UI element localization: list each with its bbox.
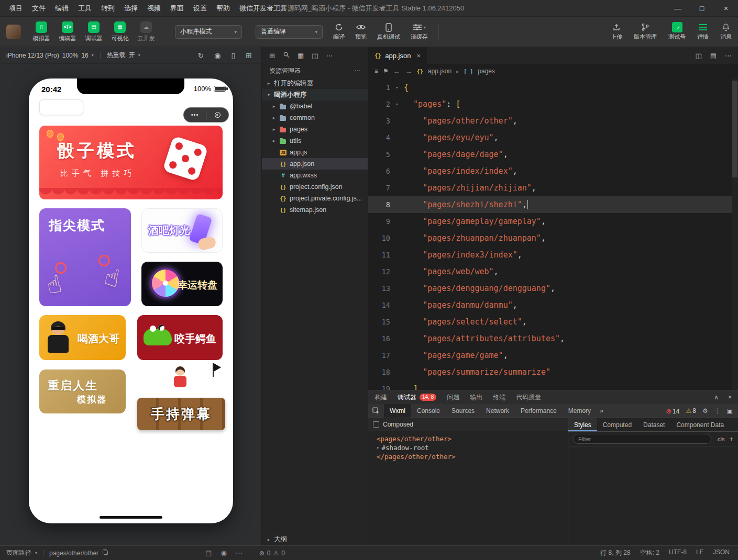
code-line[interactable]: 15 "pages/select/select" , xyxy=(368,313,738,330)
file-tree-item[interactable]: ▸ sitemap.json xyxy=(262,204,368,216)
filter-input[interactable] xyxy=(573,434,711,444)
code-line[interactable]: 14 "pages/danmu/danmu" , xyxy=(368,297,738,313)
tile-handheld-danmu[interactable]: 手持弹幕 xyxy=(137,366,225,430)
close-icon[interactable]: × xyxy=(728,394,732,401)
menu-item[interactable]: 视频 xyxy=(142,0,166,17)
toolbar-tool-button[interactable]: ▯ 模拟器 xyxy=(28,21,54,42)
mini-search-box[interactable] xyxy=(39,99,83,115)
tile-fingertip-mode[interactable]: 指尖模式 ☝ ☝ xyxy=(39,208,131,306)
cursor-position[interactable]: 行 8, 列 28 xyxy=(600,548,630,557)
chevron-right-icon[interactable]: ▸ xyxy=(377,443,379,452)
user-avatar[interactable] xyxy=(6,25,21,39)
phone-screen[interactable]: 20:42 100% ••• 骰子模式 xyxy=(29,79,233,523)
code-line[interactable]: 18 "pages/summarize/summarize" xyxy=(368,364,738,380)
file-tree-item[interactable]: ▸ @babel xyxy=(262,100,368,112)
debug-tab[interactable]: 调试器 14, 8 xyxy=(398,393,436,402)
inspect-element-icon[interactable] xyxy=(368,404,384,418)
collapse-icon[interactable]: ∧ xyxy=(714,394,719,401)
details-button[interactable]: 详情 xyxy=(697,23,709,41)
code-line[interactable]: 13 "pages/dengguang/dengguang" , xyxy=(368,280,738,297)
layout-icon[interactable]: ▤ xyxy=(710,52,717,60)
tile-bar-light[interactable]: 酒吧灯光 xyxy=(141,208,223,253)
menu-item[interactable]: 帮助 xyxy=(212,0,235,17)
devtools-tab[interactable]: Console xyxy=(411,404,446,418)
more-vertical-icon[interactable]: ⋮ xyxy=(714,407,721,415)
version-control-button[interactable]: 版本管理 xyxy=(634,23,657,41)
vconsole-icon[interactable]: ▤ xyxy=(205,549,212,557)
file-tree-item[interactable]: ▸ utils xyxy=(262,135,368,147)
fold-icon[interactable]: ▾ xyxy=(390,85,404,90)
code-line[interactable]: 12 "pages/web/web" , xyxy=(368,263,738,280)
pages-icon[interactable]: ⊞ xyxy=(269,52,275,60)
encoding[interactable]: UTF-8 xyxy=(669,548,687,557)
device-frame-icon[interactable]: ▯ xyxy=(232,51,236,60)
back-icon[interactable]: ← xyxy=(393,68,400,75)
cls-toggle[interactable]: .cls xyxy=(716,436,725,442)
code-line[interactable]: 2 ▾ "pages" : [ xyxy=(368,96,738,113)
panel-icon[interactable]: ◫ xyxy=(312,52,318,60)
devtools-tab[interactable]: Performance xyxy=(515,404,563,418)
breadcrumb-node[interactable]: pages xyxy=(478,68,495,75)
menu-item[interactable]: 选择 xyxy=(119,0,142,17)
clear-cache-button[interactable]: ▾ 清缓存 xyxy=(411,23,428,41)
device-debug-button[interactable]: 真机调试 xyxy=(377,23,400,41)
problems-summary[interactable]: ⊗ 0 ⚠ 0 xyxy=(259,550,285,557)
compile-button[interactable]: 编译 xyxy=(333,23,345,41)
code-line[interactable]: 9 "pages/gameplay/gameplay" , xyxy=(368,213,738,230)
styles-tab[interactable]: Styles xyxy=(568,418,597,431)
shadow-root-node[interactable]: ▸ #shadow-root xyxy=(368,443,568,452)
copy-icon[interactable] xyxy=(102,549,108,557)
close-icon[interactable]: × xyxy=(714,0,738,17)
code-line[interactable]: 3 "pages/other/other" , xyxy=(368,113,738,129)
multi-window-icon[interactable]: ⊞ xyxy=(246,51,252,60)
debug-tab[interactable]: 代码质量 xyxy=(516,393,541,402)
menu-item[interactable]: 界面 xyxy=(166,0,189,17)
add-style-icon[interactable]: + xyxy=(729,435,733,443)
file-tree-item[interactable]: ▸ app.js xyxy=(262,147,368,158)
hot-reload-toggle[interactable]: 热重载 开 ▾ xyxy=(107,51,140,60)
settings-gear-icon[interactable]: ⚙ xyxy=(702,407,708,415)
upload-button[interactable]: 上传 xyxy=(611,23,622,41)
toolbar-tool-button[interactable]: ▤ 调试器 xyxy=(81,21,107,42)
messages-button[interactable]: 消息 xyxy=(720,23,732,41)
wxml-close-tag[interactable]: </pages/other/other> xyxy=(368,452,568,461)
outline-section[interactable]: ▸ 大纲 xyxy=(262,533,368,545)
forward-icon[interactable]: → xyxy=(405,68,412,75)
tile-drinking-bro[interactable]: 喝酒大哥 xyxy=(39,315,126,360)
devtools-tab[interactable]: Sources xyxy=(446,404,480,418)
code-line[interactable]: 19 ] , xyxy=(368,380,738,390)
indent-setting[interactable]: 空格: 2 xyxy=(640,548,659,557)
debug-tab[interactable]: 问题 xyxy=(447,393,459,402)
page-path-label[interactable]: 页面路径 xyxy=(6,548,31,557)
code-line[interactable]: 8 "pages/shezhi/shezhi" , xyxy=(368,196,738,213)
file-tree-item[interactable]: ▸ app.json xyxy=(262,158,368,170)
editor-tab-appjson[interactable]: {} app.json × xyxy=(368,47,427,64)
rotate-icon[interactable]: ↻ xyxy=(198,51,204,60)
menu-item[interactable]: 项目 xyxy=(4,0,27,17)
wxml-open-tag[interactable]: <pages/other/other> xyxy=(368,434,568,443)
split-editor-icon[interactable]: ◫ xyxy=(695,52,701,60)
minimize-icon[interactable]: — xyxy=(666,0,690,17)
toolbar-tool-button[interactable]: ☁ 云开发 xyxy=(133,21,159,42)
code-line[interactable]: 4 "pages/eyu/eyu" , xyxy=(368,129,738,146)
code-line[interactable]: 10 "pages/zhuanpan/zhuanpan" , xyxy=(368,230,738,247)
capsule-home-icon[interactable] xyxy=(206,112,228,118)
debug-tab[interactable]: 输出 xyxy=(470,393,482,402)
code-line[interactable]: 1 ▾ { xyxy=(368,79,738,96)
search-icon[interactable] xyxy=(283,51,290,60)
devtools-tab[interactable]: Network xyxy=(480,404,515,418)
tile-restart-life[interactable]: 重启人生 模拟器 xyxy=(39,369,126,413)
code-line[interactable]: 16 "pages/attributes/attributes" , xyxy=(368,330,738,347)
code-line[interactable]: 7 "pages/zhijian/zhijian" , xyxy=(368,180,738,196)
editor-scrollbar[interactable] xyxy=(732,79,738,390)
toolbar-tool-button[interactable]: </> 编辑器 xyxy=(54,21,81,42)
language-mode[interactable]: JSON xyxy=(713,548,730,557)
list-icon[interactable]: ≡ xyxy=(374,68,378,75)
breadcrumb-file[interactable]: app.json xyxy=(428,68,451,75)
debug-tab[interactable]: 终端 xyxy=(493,393,505,402)
test-account-button[interactable]: → 测试号 xyxy=(668,23,686,41)
more-icon[interactable]: ⋯ xyxy=(725,52,732,60)
tile-lucky-wheel[interactable]: 幸运转盘 xyxy=(141,262,223,306)
more-tabs-icon[interactable]: » xyxy=(597,404,607,418)
more-menu-icon[interactable]: ••• xyxy=(184,107,206,122)
